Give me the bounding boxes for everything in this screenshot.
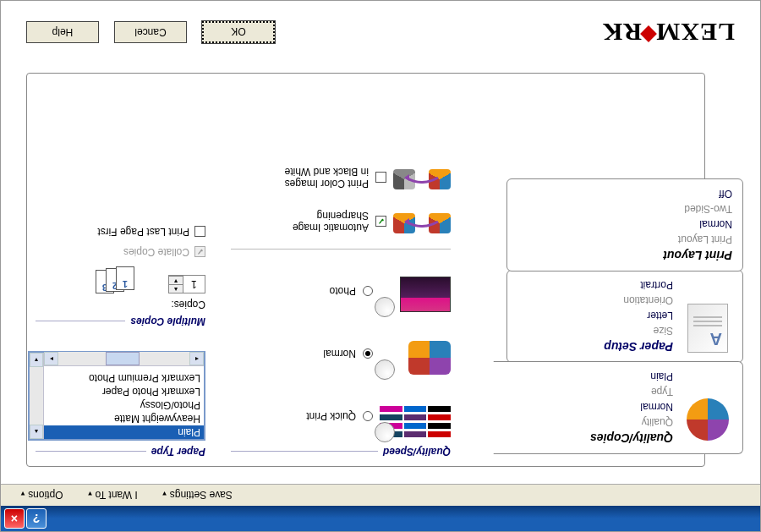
collate-preview-icon: 3 2 1	[94, 266, 134, 293]
right-column: Paper Type Plain Heavyweight Matte Photo…	[36, 82, 205, 458]
auto-image-sharpening-row: Automatic Image Sharpening	[231, 203, 451, 240]
spinner-down-icon[interactable]: ▼	[169, 276, 183, 284]
quality-speed-group: Quality/Speed	[231, 82, 451, 458]
collate-row: Collate Copies	[36, 246, 205, 258]
radio-photo[interactable]	[363, 286, 373, 296]
menubar: Save Settings I Want To Options	[1, 484, 760, 506]
quality-option-quick[interactable]: Quick Print	[231, 395, 451, 437]
divider	[36, 321, 125, 322]
quality-option-photo[interactable]: Photo	[231, 270, 451, 312]
copies-label: Copies:	[36, 299, 205, 310]
help-button[interactable]: Help	[26, 21, 99, 43]
multiple-copies-title: Multiple Copies	[130, 315, 205, 327]
copies-value[interactable]: 1	[183, 276, 205, 293]
auto-sharpen-icon	[393, 203, 451, 240]
copies-spinner[interactable]: 1 ▲ ▼	[168, 275, 205, 293]
print-bw-row: Print Color Images in Black and White	[231, 159, 451, 196]
horizontal-scrollbar[interactable]: ◂ ▸	[44, 352, 204, 366]
cancel-button[interactable]: Cancel	[114, 21, 187, 43]
scroll-right-icon[interactable]: ▸	[44, 352, 58, 365]
quick-print-label: Quick Print	[306, 410, 356, 422]
lexmark-logo: LEXMRK	[602, 18, 735, 47]
multiple-copies-group: Multiple Copies Copies: 1 ▲ ▼	[36, 226, 205, 327]
tab-quality-icon	[683, 394, 732, 445]
collate-label: Collate Copies	[123, 246, 189, 258]
print-bw-icon	[393, 159, 451, 196]
quick-print-icon	[380, 395, 451, 437]
diamond-icon	[640, 25, 657, 42]
menu-save-settings[interactable]: Save Settings	[162, 490, 233, 502]
normal-label: Normal	[323, 348, 356, 359]
tab-print-layout[interactable]: Print Layout Print Layout Normal Two-Sid…	[506, 178, 743, 271]
list-item[interactable]: Lexmark Premium Photo	[44, 371, 204, 385]
list-item[interactable]: Photo/Glossy	[44, 398, 204, 412]
titlebar-close-button[interactable]: ×	[4, 508, 25, 529]
menu-i-want-to[interactable]: I Want To	[87, 490, 138, 502]
lastfirst-row: Print Last Page First	[36, 226, 205, 238]
checkbox-print-bw[interactable]	[375, 173, 386, 184]
menu-options[interactable]: Options	[19, 490, 63, 502]
scroll-down-icon[interactable]: ▾	[30, 353, 43, 367]
tab-layout-title: Print Layout	[517, 249, 732, 262]
tab-paper-title: Paper Setup	[604, 340, 673, 354]
radio-quick[interactable]	[363, 411, 373, 421]
checkbox-auto-sharpen[interactable]	[375, 217, 386, 228]
divider	[231, 249, 451, 250]
photo-label: Photo	[330, 285, 356, 297]
paper-type-listbox[interactable]: Plain Heavyweight Matte Photo/Glossy Lex…	[28, 351, 205, 441]
right-panel: Quality/Speed	[36, 82, 451, 458]
scroll-thumb[interactable]	[107, 352, 140, 365]
print-dialog: ? × Save Settings I Want To Options Qual…	[0, 0, 761, 532]
list-item[interactable]: Heavyweight Matte	[44, 412, 204, 425]
list-item[interactable]: Lexmark Photo Paper	[44, 385, 204, 398]
photo-icon	[380, 270, 451, 312]
tab-quality-copies[interactable]: Quality/Copies Quality Normal Type Plain	[493, 361, 743, 454]
footer: LEXMRK OK Cancel Help	[26, 18, 735, 47]
tab-paper-icon	[683, 303, 732, 354]
ok-button[interactable]: OK	[202, 21, 275, 43]
quality-option-normal[interactable]: Normal	[231, 332, 451, 375]
tab-quality-title: Quality/Copies	[590, 431, 673, 445]
titlebar-help-button[interactable]: ?	[26, 508, 47, 529]
spinner-up-icon[interactable]: ▲	[169, 284, 183, 293]
checkbox-last-page-first[interactable]	[194, 227, 205, 238]
titlebar: ? ×	[1, 506, 760, 531]
divider	[36, 452, 146, 452]
quality-speed-title: Quality/Speed	[383, 446, 451, 458]
radio-normal[interactable]	[363, 348, 373, 359]
vertical-scrollbar[interactable]: ▴ ▾	[30, 353, 44, 439]
tab-paper-setup[interactable]: Paper Setup Size Letter Orientation Port…	[506, 270, 743, 363]
divider	[231, 452, 378, 452]
scroll-up-icon[interactable]: ▴	[30, 425, 43, 439]
list-item[interactable]: Plain	[44, 425, 204, 439]
last-page-first-label: Print Last Page First	[97, 226, 189, 238]
left-tabs: Quality/Copies Quality Normal Type Plain…	[506, 178, 743, 454]
auto-sharpen-label: Automatic Image Sharpening	[267, 210, 369, 233]
content-area: Quality/Speed	[1, 1, 760, 484]
print-bw-label: Print Color Images in Black and White	[285, 166, 369, 189]
normal-icon	[380, 332, 451, 375]
scroll-left-icon[interactable]: ◂	[189, 352, 204, 365]
checkbox-collate	[194, 247, 205, 258]
paper-type-title: Paper Type	[151, 446, 205, 458]
